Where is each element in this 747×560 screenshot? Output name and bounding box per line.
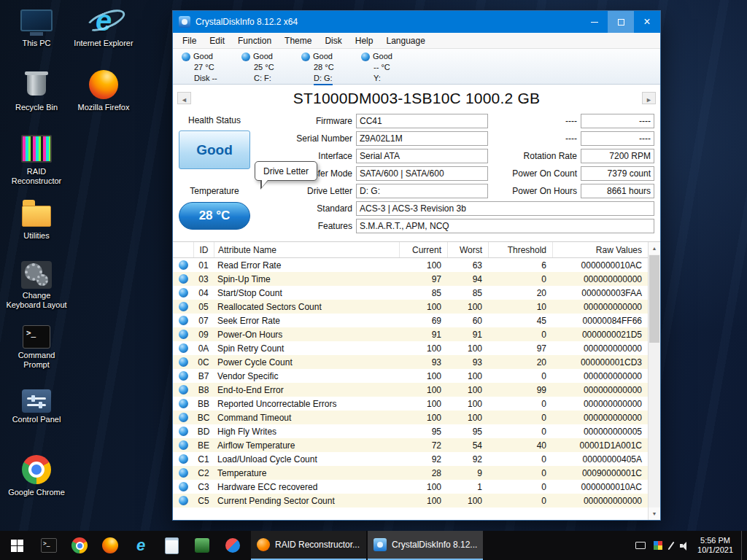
- crystaldiskinfo-app-icon[interactable]: [179, 16, 190, 28]
- smart-attribute-row[interactable]: B7Vendor Specific1001000000000000000: [173, 369, 648, 383]
- attr-name: Reallocated Sectors Count: [214, 300, 399, 314]
- attr-threshold: 0: [488, 327, 552, 341]
- desktop-icon-label: Utilities: [23, 231, 49, 241]
- field-label: Features: [173, 221, 356, 231]
- raid-reconstructor-icon: [257, 538, 270, 551]
- system-tray: 5:56 PM 10/1/2021: [635, 531, 747, 560]
- scrollbar-thumb[interactable]: [649, 255, 659, 343]
- field-row: --------: [479, 131, 657, 146]
- smart-attribute-row[interactable]: C3Hardware ECC recovered100100000000010A…: [173, 480, 648, 494]
- desktop-icon-mozilla-firefox[interactable]: Mozilla Firefox: [71, 69, 136, 133]
- next-disk-button[interactable]: [642, 92, 656, 104]
- attr-id: C1: [193, 452, 214, 466]
- app-orb-icon: [224, 537, 241, 554]
- smart-attribute-row[interactable]: 09Power-On Hours919100000000021D5: [173, 327, 648, 341]
- recycle-bin-icon: [19, 69, 54, 101]
- attr-name: Spin-Up Time: [214, 272, 399, 286]
- smart-attribute-row[interactable]: 0CPower Cycle Count939320000000001CD3: [173, 355, 648, 369]
- attr-raw-value: 000000000000: [552, 411, 648, 424]
- task-crystaldiskinfo[interactable]: CrystalDiskInfo 8.12...: [368, 531, 483, 560]
- smart-attribute-row[interactable]: C2Temperature289000090000001C: [173, 466, 648, 480]
- taskbar-firefox[interactable]: [95, 531, 125, 560]
- smart-attribute-row[interactable]: C1Load/Unload Cycle Count929200000000040…: [173, 452, 648, 466]
- disk-status-label: Good: [253, 51, 273, 62]
- taskbar-notepad[interactable]: [156, 531, 187, 560]
- menu-file[interactable]: File: [176, 36, 203, 46]
- smart-attribute-row[interactable]: 04Start/Stop Count858520000000003FAA: [173, 286, 648, 300]
- show-desktop-button[interactable]: [741, 531, 745, 560]
- attr-current: 97: [399, 272, 447, 286]
- field-value-box: 7200 RPM: [581, 149, 654, 163]
- taskbar-internet-explorer[interactable]: [125, 531, 156, 560]
- taskbar-chrome[interactable]: [64, 531, 95, 560]
- attr-current: 100: [399, 300, 447, 314]
- smart-attribute-row[interactable]: BCCommand Timeout1001000000000000000: [173, 411, 648, 424]
- minimize-button[interactable]: [581, 11, 608, 33]
- crystaldiskinfo-icon: [374, 538, 387, 551]
- menu-edit[interactable]: Edit: [203, 36, 231, 46]
- disk-status: Good: [241, 51, 301, 62]
- smart-attribute-row[interactable]: 0ASpin Retry Count10010097000000000000: [173, 341, 648, 355]
- desktop-icon-recycle-bin[interactable]: Recycle Bin: [4, 69, 69, 133]
- disk-select-2[interactable]: Good25 °CC: F:: [241, 49, 301, 84]
- desktop-icon-control-panel[interactable]: Control Panel: [4, 389, 69, 454]
- taskbar-app-green[interactable]: [187, 531, 217, 560]
- menu-help[interactable]: Help: [349, 36, 380, 46]
- start-button[interactable]: [0, 531, 34, 560]
- desktop-icon-utilities[interactable]: Utilities: [4, 197, 69, 261]
- smart-attribute-row[interactable]: BDHigh Fly Writes95950000000000005: [173, 424, 648, 438]
- attr-threshold: 0: [488, 397, 552, 411]
- smart-attribute-row[interactable]: C5Current Pending Sector Count1001000000…: [173, 494, 648, 508]
- close-button[interactable]: ×: [634, 11, 660, 33]
- attr-id: 03: [193, 272, 214, 286]
- attr-current: 93: [399, 355, 447, 369]
- smart-attribute-row[interactable]: BEAirflow Temperature72544000001D1A001C: [173, 438, 648, 452]
- row-status-cell: [173, 424, 193, 438]
- table-scrollbar[interactable]: [648, 242, 660, 520]
- attr-current: 100: [399, 480, 447, 494]
- tray-colors-icon[interactable]: [654, 541, 662, 550]
- smart-attribute-row[interactable]: BBReported Uncorrectable Errors100100000…: [173, 397, 648, 411]
- desktop-icon-google-chrome[interactable]: Google Chrome: [4, 454, 69, 518]
- menu-language[interactable]: Language: [379, 36, 431, 46]
- smart-table-header: ID Attribute Name Current Worst Threshol…: [173, 242, 648, 258]
- titlebar: CrystalDiskInfo 8.12.2 x64 ×: [173, 11, 660, 33]
- smart-attribute-row[interactable]: B8End-to-End Error10010099000000000000: [173, 383, 648, 397]
- scroll-down-button[interactable]: [649, 508, 660, 520]
- desktop-icon-raid-reconstructor[interactable]: RAID Reconstructor: [4, 133, 69, 197]
- attr-threshold: 97: [488, 341, 552, 355]
- tray-pen-icon[interactable]: [668, 541, 675, 550]
- menu-function[interactable]: Function: [231, 36, 278, 46]
- tray-display-icon[interactable]: [635, 542, 646, 549]
- desktop-icon-change-keyboard-layout[interactable]: Change Keyboard Layout: [4, 261, 69, 325]
- scroll-up-button[interactable]: [649, 242, 660, 254]
- smart-attribute-row[interactable]: 05Reallocated Sectors Count1001001000000…: [173, 300, 648, 314]
- disk-select-3[interactable]: Good28 °CD: G:: [301, 49, 361, 84]
- task-raid-reconstructor[interactable]: RAID Reconstructor...: [251, 531, 366, 560]
- desktop-icon-this-pc[interactable]: This PC: [4, 4, 69, 69]
- field-label: Interface: [173, 151, 356, 161]
- disk-select-1[interactable]: Good27 °CDisk --: [182, 49, 241, 84]
- attr-threshold: 6: [488, 258, 552, 272]
- tray-volume-icon[interactable]: [680, 541, 689, 551]
- maximize-button[interactable]: [608, 11, 634, 33]
- disk-select-4[interactable]: Good-- °CY:: [361, 49, 421, 84]
- attr-threshold: 0: [488, 424, 552, 438]
- taskbar-clock[interactable]: 5:56 PM 10/1/2021: [697, 536, 733, 555]
- header-status-column: [173, 242, 193, 257]
- menu-disk[interactable]: Disk: [318, 36, 348, 46]
- desktop-icon-command-prompt[interactable]: Command Prompt: [4, 325, 69, 389]
- disk-temperature: -- °C: [361, 62, 421, 73]
- smart-attribute-row[interactable]: 03Spin-Up Time97940000000000000: [173, 272, 648, 286]
- menu-theme[interactable]: Theme: [278, 36, 318, 46]
- taskbar-app-orb[interactable]: [217, 531, 248, 560]
- smart-attribute-row[interactable]: 01Read Error Rate1006360000000010AC: [173, 258, 648, 272]
- model-row: ST1000DM003-1SB10C 1000.2 GB: [173, 85, 660, 112]
- taskbar-command-prompt[interactable]: [34, 531, 64, 560]
- previous-disk-button[interactable]: [177, 92, 191, 104]
- row-status-cell: [173, 355, 193, 369]
- header-raw-values: Raw Values: [552, 242, 648, 257]
- attr-current: 95: [399, 424, 447, 438]
- smart-attribute-row[interactable]: 07Seek Error Rate69604500000084FF66: [173, 314, 648, 327]
- desktop-icon-internet-explorer[interactable]: Internet Explorer: [71, 4, 136, 69]
